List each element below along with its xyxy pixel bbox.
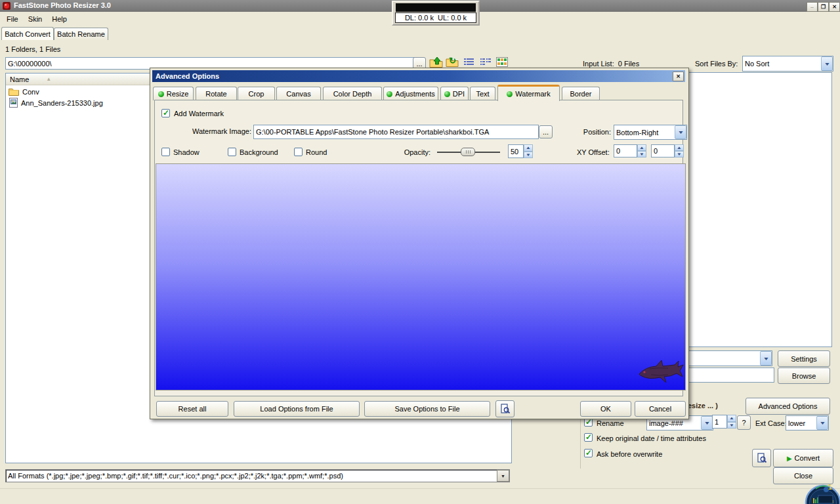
ask-overwrite-checkbox[interactable]: ✓ bbox=[584, 449, 593, 457]
sort-files-label: Sort Files By: bbox=[695, 60, 738, 68]
settings-button[interactable]: Settings bbox=[778, 350, 830, 367]
dialog-tab-canvas[interactable]: Canvas bbox=[276, 87, 321, 100]
chevron-down-icon[interactable]: ▼ bbox=[816, 416, 828, 430]
menu-help[interactable]: Help bbox=[48, 14, 71, 24]
load-options-button[interactable]: Load Options from File bbox=[234, 401, 360, 417]
spin-up-icon[interactable]: ▲ bbox=[637, 144, 646, 151]
rename-label: Rename bbox=[597, 419, 624, 427]
opacity-value-input[interactable]: 50 bbox=[508, 144, 524, 158]
network-gadget[interactable]: 1 bbox=[804, 484, 840, 504]
round-checkbox[interactable] bbox=[294, 148, 303, 156]
keep-date-checkbox[interactable]: ✓ bbox=[584, 433, 593, 442]
ext-case-label: Ext Case: bbox=[755, 419, 787, 427]
y-offset-input[interactable]: 0 bbox=[651, 144, 675, 158]
dialog-titlebar[interactable]: Advanced Options ✕ bbox=[152, 70, 685, 82]
tab-batch-convert[interactable]: Batch Convert bbox=[1, 27, 54, 40]
ext-case-select[interactable]: lower ▼ bbox=[786, 415, 829, 430]
y-offset-stepper[interactable]: ▲ ▼ bbox=[675, 144, 684, 158]
spin-down-icon[interactable]: ▼ bbox=[727, 422, 736, 429]
x-offset-input[interactable]: 0 bbox=[614, 144, 637, 158]
restore-button[interactable]: ❐ bbox=[818, 2, 829, 12]
image-file-icon bbox=[9, 98, 18, 108]
close-button[interactable]: ✕ bbox=[829, 2, 840, 12]
watermark-image-input[interactable]: G:\00-PORTABLE Apps\FastStone Photo Resi… bbox=[253, 125, 539, 139]
opacity-slider-handle[interactable] bbox=[461, 148, 475, 156]
background-checkbox[interactable] bbox=[228, 148, 236, 156]
dialog-title: Advanced Options bbox=[156, 72, 219, 80]
dropdown-arrow-icon[interactable]: ▼ bbox=[497, 470, 509, 482]
add-watermark-label: Add Watermark bbox=[174, 110, 224, 117]
enabled-led-icon bbox=[507, 91, 513, 97]
chevron-down-icon[interactable]: ▼ bbox=[675, 125, 686, 139]
reset-all-button[interactable]: Reset all bbox=[156, 401, 228, 417]
spin-up-icon[interactable]: ▲ bbox=[727, 415, 736, 422]
spin-down-icon[interactable]: ▼ bbox=[675, 151, 684, 158]
dialog-preview-button[interactable] bbox=[495, 400, 514, 417]
column-name: Name bbox=[6, 75, 29, 83]
chevron-down-icon[interactable]: ▼ bbox=[760, 351, 772, 366]
dialog-tab-crop[interactable]: Crop bbox=[238, 87, 275, 100]
menu-skin[interactable]: Skin bbox=[24, 14, 46, 24]
ok-button[interactable]: OK bbox=[580, 401, 631, 417]
dialog-tab-watermark[interactable]: Watermark bbox=[497, 85, 560, 101]
x-offset-stepper[interactable]: ▲ ▼ bbox=[637, 144, 646, 158]
keep-date-label: Keep original date / time attributes bbox=[597, 434, 706, 442]
shark-watermark bbox=[637, 358, 684, 386]
close-app-button[interactable]: Close bbox=[773, 467, 833, 484]
folder-up-icon[interactable] bbox=[429, 56, 443, 68]
net-monitor-widget[interactable]: DL: 0.0 k UL: 0.0 k bbox=[392, 1, 480, 26]
check-icon: ✓ bbox=[585, 450, 592, 456]
enabled-led-icon bbox=[387, 91, 392, 97]
convert-button[interactable]: ▶ Convert bbox=[773, 449, 833, 467]
format-filter-select[interactable]: All Formats (*.jpg;*.jpe;*.jpeg;*.bmp;*.… bbox=[5, 469, 510, 482]
spin-down-icon[interactable]: ▼ bbox=[637, 151, 646, 158]
position-select[interactable]: Bottom-Right ▼ bbox=[614, 125, 687, 140]
watermark-preview bbox=[156, 163, 686, 390]
shadow-checkbox[interactable] bbox=[161, 148, 170, 156]
chevron-down-icon[interactable]: ▼ bbox=[701, 416, 713, 430]
check-icon: ✓ bbox=[585, 419, 592, 425]
chevron-down-icon[interactable]: ▼ bbox=[821, 56, 833, 71]
thumbnail-view-icon[interactable] bbox=[496, 57, 508, 67]
status-bar: www.FastStone.org bbox=[0, 488, 840, 504]
enabled-led-icon bbox=[444, 91, 450, 97]
menubar: File Skin Help bbox=[3, 14, 71, 24]
advanced-options-button[interactable]: Advanced Options bbox=[746, 398, 830, 415]
minimize-button[interactable]: _ bbox=[807, 2, 818, 12]
cancel-button[interactable]: Cancel bbox=[635, 401, 686, 417]
dialog-tab-color-depth[interactable]: Color Depth bbox=[323, 87, 382, 100]
dialog-tab-border[interactable]: Border bbox=[562, 87, 600, 100]
sort-files-select[interactable]: No Sort ▼ bbox=[742, 56, 833, 72]
browse-button[interactable]: Browse bbox=[778, 368, 830, 384]
dialog-tab-rotate[interactable]: Rotate bbox=[196, 87, 237, 100]
folder-refresh-icon[interactable]: ↻ bbox=[446, 56, 459, 68]
dialog-close-button[interactable]: ✕ bbox=[673, 72, 684, 81]
net-monitor-graph bbox=[396, 3, 476, 12]
save-options-button[interactable]: Save Options to File bbox=[364, 401, 490, 417]
watermark-image-label: Watermark Image: bbox=[163, 127, 251, 135]
spin-up-icon[interactable]: ▲ bbox=[524, 144, 533, 152]
dialog-tab-resize[interactable]: Resize bbox=[153, 87, 194, 100]
details-view-icon[interactable] bbox=[463, 58, 474, 67]
gadget-value: 1 bbox=[828, 484, 832, 491]
enabled-led-icon bbox=[158, 91, 164, 97]
rename-counter-input[interactable]: 1 bbox=[712, 415, 727, 429]
rename-counter-stepper[interactable]: ▲ ▼ bbox=[727, 415, 736, 429]
opacity-stepper[interactable]: ▲ ▼ bbox=[524, 144, 533, 158]
tab-batch-rename[interactable]: Batch Rename bbox=[54, 28, 108, 40]
add-watermark-checkbox[interactable]: ✓ bbox=[161, 109, 170, 117]
dialog-tab-text[interactable]: Text bbox=[470, 87, 495, 100]
round-label: Round bbox=[306, 148, 327, 156]
list-view-icon[interactable] bbox=[480, 58, 491, 67]
dialog-tab-adjustments[interactable]: Adjustments bbox=[383, 87, 438, 100]
preview-magnifier-icon bbox=[500, 404, 511, 414]
rename-help-button[interactable]: ? bbox=[737, 415, 751, 430]
preview-button[interactable] bbox=[752, 449, 771, 467]
spin-up-icon[interactable]: ▲ bbox=[675, 144, 684, 151]
watermark-browse-button[interactable]: ... bbox=[539, 125, 553, 138]
menu-file[interactable]: File bbox=[3, 14, 22, 24]
dialog-tab-dpi[interactable]: DPI bbox=[440, 87, 469, 100]
ask-overwrite-label: Ask before overwrite bbox=[597, 450, 662, 458]
check-icon: ✓ bbox=[163, 110, 169, 116]
spin-down-icon[interactable]: ▼ bbox=[524, 152, 533, 159]
